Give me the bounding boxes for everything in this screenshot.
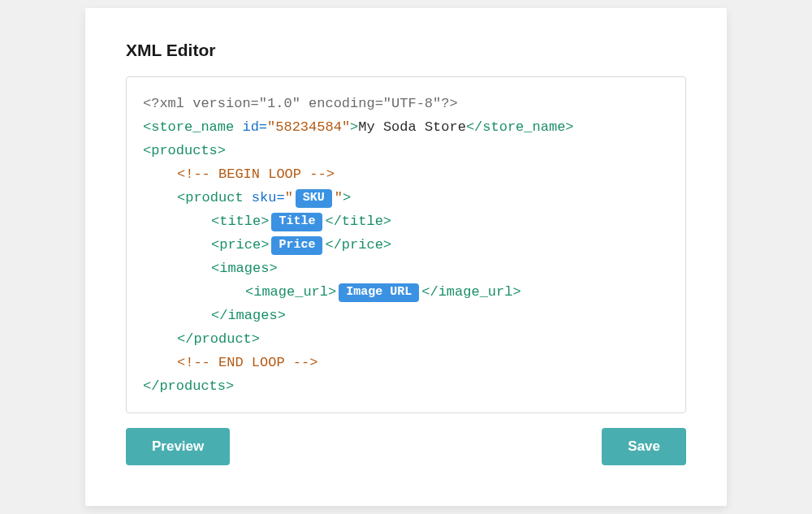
tag-close-bracket: > <box>383 237 391 253</box>
tag-open-bracket: < <box>177 190 185 205</box>
tag-open-bracket: < <box>211 261 219 276</box>
attr-value-quote: " <box>342 119 350 135</box>
tag-open-bracket: </ <box>421 284 438 300</box>
tag-close-bracket: > <box>278 308 286 323</box>
tag-open-bracket: </ <box>325 214 341 229</box>
code-line: <?xml version="1.0" encoding="UTF-8"?> <box>143 92 669 115</box>
button-row: Preview Save <box>126 428 686 465</box>
tag-close-bracket: > <box>261 214 269 229</box>
attr-value-quote: " <box>285 190 293 205</box>
variable-pill-price[interactable]: Price <box>271 236 322 255</box>
tag-name: images <box>219 261 269 276</box>
tag-open-bracket: < <box>211 214 219 229</box>
tag-close-bracket: > <box>343 190 351 205</box>
editor-panel: XML Editor <?xml version="1.0" encoding=… <box>85 8 727 506</box>
tag-close-bracket: > <box>252 331 260 347</box>
code-line: <products> <box>143 139 669 162</box>
tag-name: images <box>227 308 277 323</box>
code-line: <images> <box>143 257 669 280</box>
tag-close-bracket: > <box>565 119 573 135</box>
element-text: My Soda Store <box>358 119 466 135</box>
tag-name: title <box>219 214 261 229</box>
code-line: <image_url>Image URL</image_url> <box>143 280 669 304</box>
tag-name: title <box>342 214 383 229</box>
tag-name: store_name <box>151 119 234 135</box>
attr-value: 58234584 <box>275 119 342 135</box>
preview-button[interactable]: Preview <box>126 428 230 465</box>
code-line: </products> <box>143 374 669 398</box>
save-button[interactable]: Save <box>602 428 686 465</box>
tag-name: image_url <box>438 284 513 300</box>
tag-open-bracket: </ <box>211 308 227 323</box>
tag-name: price <box>342 237 383 253</box>
tag-name: products <box>159 378 226 394</box>
xml-comment: <!-- END LOOP --> <box>177 355 317 370</box>
tag-close-bracket: > <box>383 214 391 229</box>
tag-open-bracket: < <box>245 284 253 300</box>
tag-close-bracket: > <box>328 284 336 300</box>
tag-close-bracket: > <box>261 237 269 253</box>
tag-open-bracket: < <box>143 119 151 135</box>
tag-name: product <box>185 190 243 205</box>
panel-title: XML Editor <box>126 41 686 60</box>
xml-declaration: <?xml version="1.0" encoding="UTF-8"?> <box>143 96 458 111</box>
tag-open-bracket: </ <box>466 119 482 135</box>
tag-name: price <box>219 237 261 253</box>
tag-open-bracket: </ <box>143 378 159 394</box>
attr-equals: = <box>276 190 284 205</box>
code-line: <product sku="SKU"> <box>143 186 669 209</box>
tag-open-bracket: < <box>143 143 151 158</box>
attr-name: id <box>242 119 258 135</box>
tag-open-bracket: </ <box>177 331 193 347</box>
attr-value-quote: " <box>267 119 275 135</box>
code-line: <price>Price</price> <box>143 233 669 257</box>
variable-pill-title[interactable]: Title <box>271 213 322 231</box>
xml-comment: <!-- BEGIN LOOP --> <box>177 166 335 182</box>
variable-pill-sku[interactable]: SKU <box>296 189 332 208</box>
xml-code-editor[interactable]: <?xml version="1.0" encoding="UTF-8"?> <… <box>126 76 686 413</box>
tag-close-bracket: > <box>269 261 277 276</box>
tag-close-bracket: > <box>512 284 520 300</box>
tag-name: product <box>193 331 251 347</box>
code-line: <!-- BEGIN LOOP --> <box>143 162 669 186</box>
attr-name: sku <box>252 190 277 205</box>
tag-name: image_url <box>253 284 328 300</box>
code-line: <!-- END LOOP --> <box>143 351 669 374</box>
code-line: </images> <box>143 304 669 327</box>
tag-open-bracket: < <box>211 237 219 253</box>
attr-value-quote: " <box>335 190 343 205</box>
code-line: <store_name id="58234584">My Soda Store<… <box>143 115 669 139</box>
tag-name: products <box>151 143 218 158</box>
variable-pill-image-url[interactable]: Image URL <box>339 283 419 302</box>
code-line: <title>Title</title> <box>143 209 669 233</box>
tag-close-bracket: > <box>218 143 226 158</box>
tag-close-bracket: > <box>226 378 234 394</box>
code-line: </product> <box>143 327 669 351</box>
tag-close-bracket: > <box>350 119 358 135</box>
tag-name: store_name <box>482 119 565 135</box>
tag-open-bracket: </ <box>325 237 341 253</box>
attr-equals: = <box>259 119 267 135</box>
